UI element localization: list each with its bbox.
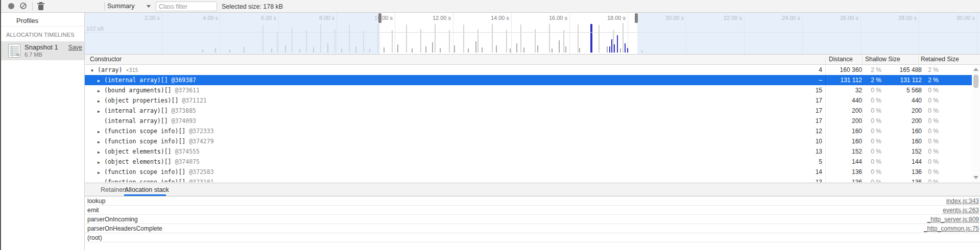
column-header-shallow-size[interactable]: Shallow Size xyxy=(865,56,900,63)
trash-icon[interactable] xyxy=(37,2,45,11)
retained-size-cell: 144 xyxy=(885,157,922,167)
distance-cell: 13 xyxy=(792,146,822,157)
allocation-bar xyxy=(463,24,464,53)
column-divider[interactable] xyxy=(918,55,919,182)
scrollbar-thumb[interactable] xyxy=(973,74,978,88)
constructor-name: (function scope info)[] xyxy=(104,128,185,135)
shallow-size-percent: 0 % xyxy=(863,95,881,106)
tree-toggle-icon[interactable]: ▶ xyxy=(98,127,104,137)
retained-size-percent: 0 % xyxy=(923,177,939,182)
table-row[interactable]: ▶(function scope info)[] @373101131360 %… xyxy=(85,177,980,182)
chevron-down-icon[interactable] xyxy=(147,5,151,8)
snapshot-name: Snapshot 1 xyxy=(25,43,58,51)
source-location-link[interactable]: index.js:343 xyxy=(946,196,979,206)
constructor-name: (array) xyxy=(98,66,122,73)
toolbar-divider xyxy=(104,2,105,11)
allocation-bar xyxy=(435,24,436,53)
grid-header: Constructor Distance Shallow Size Retain… xyxy=(85,55,980,65)
table-row[interactable]: ▶(object elements)[] @374555131520 %1520… xyxy=(85,146,980,157)
source-location-link[interactable]: _http_server.js:809 xyxy=(927,215,979,224)
constructor-cell: ▶(internal array)[] @373885 xyxy=(98,106,196,116)
retained-size-percent: 0 % xyxy=(923,116,939,126)
tree-toggle-icon[interactable]: ▶ xyxy=(98,86,104,96)
constructor-name: (bound arguments)[] xyxy=(104,87,172,94)
tree-toggle-icon[interactable]: ▶ xyxy=(98,158,104,168)
allocation-bar xyxy=(623,23,624,53)
selection-handle-left[interactable] xyxy=(378,13,381,23)
selection-handle-right[interactable] xyxy=(635,13,638,23)
allocation-bar xyxy=(516,43,517,53)
table-row[interactable]: ▶(function scope info)[] @372583141360 %… xyxy=(85,167,980,177)
toolbar: Summary Selected size: 178 kB xyxy=(1,0,980,13)
constructor-name: (function scope info)[] xyxy=(104,179,185,182)
retained-size-percent: 0 % xyxy=(923,146,939,157)
class-filter-input[interactable] xyxy=(156,2,217,11)
tree-toggle-icon[interactable]: ▼ xyxy=(91,66,98,76)
object-id: @373885 xyxy=(168,107,196,114)
table-row[interactable]: (internal array)[] @374093172000 %2000 % xyxy=(85,116,980,126)
perspective-select[interactable]: Summary xyxy=(107,0,134,13)
retained-size-percent: 2 % xyxy=(923,75,939,85)
shallow-size-cell: 200 xyxy=(828,116,862,126)
sidebar-item-snapshot-1[interactable]: % Snapshot 1 6.7 MB Save xyxy=(1,41,84,60)
toolbar-divider xyxy=(32,2,33,11)
allocation-bar-live xyxy=(625,43,626,53)
shallow-size-cell: 160 xyxy=(828,126,862,136)
tree-toggle-icon[interactable]: ▶ xyxy=(98,76,104,86)
object-id: @372583 xyxy=(185,168,213,176)
table-row[interactable]: ▶(bound arguments)[] @37361115320 %5 568… xyxy=(85,85,980,95)
column-divider[interactable] xyxy=(825,55,826,182)
tree-toggle-icon[interactable]: ▶ xyxy=(98,147,104,158)
column-header-retained-size[interactable]: Retained Size xyxy=(921,56,959,63)
allocation-bar-live xyxy=(614,44,615,53)
allocation-bar xyxy=(468,48,469,53)
allocation-bar xyxy=(510,48,511,53)
allocation-overview-chart[interactable]: 102 kB 2.00 s4.00 s6.00 s8.00 s10.00 s12… xyxy=(85,13,980,55)
column-header-distance[interactable]: Distance xyxy=(829,56,853,63)
column-header-constructor[interactable]: Constructor xyxy=(90,56,122,63)
timeline-tick-label: 16.00 s xyxy=(549,15,567,21)
allocation-bar xyxy=(523,47,524,53)
tree-toggle-icon[interactable]: ▶ xyxy=(98,107,104,117)
object-id: @371121 xyxy=(178,97,206,104)
shallow-size-cell: 136 xyxy=(828,167,862,177)
shallow-size-percent: 0 % xyxy=(863,85,881,95)
object-id: @374075 xyxy=(172,158,200,165)
constructor-cell: ▶(function scope info)[] @373101 xyxy=(98,177,214,182)
shallow-size-percent: 2 % xyxy=(863,75,881,85)
tree-toggle-icon[interactable]: ▶ xyxy=(98,96,104,107)
timeline-tick-label: 14.00 s xyxy=(491,15,509,21)
table-row[interactable]: ▶(object elements)[] @37407551440 %1440 … xyxy=(85,157,980,167)
constructor-cell: ▼(array)×315 xyxy=(91,65,138,75)
profiles-title: Profiles xyxy=(16,17,38,24)
constructor-cell: ▶(bound arguments)[] @373611 xyxy=(98,85,200,95)
vertical-scrollbar[interactable] xyxy=(972,65,980,182)
record-icon[interactable] xyxy=(8,3,14,9)
tree-toggle-icon[interactable]: ▶ xyxy=(98,168,104,178)
snapshot-save-link[interactable]: Save xyxy=(68,44,82,51)
table-row[interactable]: ▶(object properties)[] @371121174400 %44… xyxy=(85,95,980,106)
table-row[interactable]: ▶(function scope info)[] @372333121600 %… xyxy=(85,126,980,136)
table-row[interactable]: ▶(internal array)[] @369387–131 1122 %13… xyxy=(85,75,980,85)
clear-all-icon[interactable] xyxy=(20,3,27,9)
table-row[interactable]: ▶(function scope info)[] @374279101600 %… xyxy=(85,136,980,146)
source-location-link[interactable]: _http_common.js:75 xyxy=(924,224,979,233)
retained-size-cell: 136 xyxy=(885,177,922,182)
timeline-gridline xyxy=(569,13,570,55)
scroll-down-icon[interactable] xyxy=(973,176,978,179)
source-location-link[interactable]: events.js:263 xyxy=(943,206,979,215)
tree-toggle-icon[interactable]: ▶ xyxy=(98,178,104,183)
table-row[interactable]: ▼(array)×3154160 3602 %165 4882 % xyxy=(85,65,980,75)
constructor-name: (internal array)[] xyxy=(104,107,168,114)
trash-icon-lid xyxy=(37,3,44,4)
distance-cell: 12 xyxy=(792,126,822,136)
snapshot-size: 6.7 MB xyxy=(25,52,42,58)
tree-toggle-icon[interactable]: ▶ xyxy=(98,137,104,147)
stack-frame-row: emitevents.js:263 xyxy=(85,206,980,215)
table-row[interactable]: ▶(internal array)[] @373885172000 %2000 … xyxy=(85,106,980,116)
column-divider[interactable] xyxy=(862,55,863,182)
scroll-up-icon[interactable] xyxy=(973,68,978,71)
allocation-bar xyxy=(552,48,553,53)
allocation-bar xyxy=(620,48,621,53)
retained-size-percent: 0 % xyxy=(923,126,939,136)
